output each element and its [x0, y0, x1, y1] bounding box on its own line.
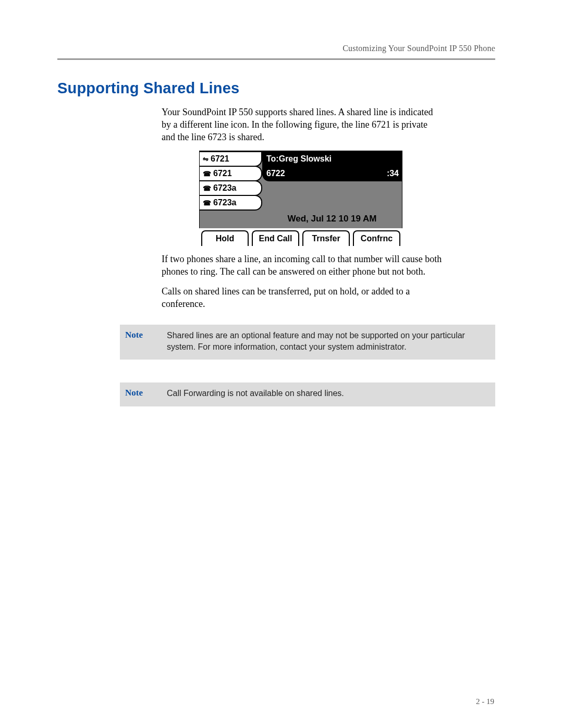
- line-key: ⇋ 6721: [200, 151, 262, 167]
- body-column: Your SoundPoint IP 550 supports shared l…: [162, 106, 443, 310]
- shared-icon: ⇋: [203, 155, 209, 163]
- note-text: Call Forwarding is not available on shar…: [167, 382, 495, 406]
- phone-icon: ☎: [203, 199, 211, 207]
- note-label: Note: [120, 325, 167, 360]
- line-label: 6721: [211, 154, 229, 164]
- note-block: Note Call Forwarding is not available on…: [120, 382, 495, 406]
- page-number: 2 - 19: [476, 697, 494, 706]
- page: Customizing Your SoundPoint IP 550 Phone…: [0, 0, 563, 728]
- phone-icon: ☎: [203, 170, 211, 178]
- phone-main-area: To:Greg Slowski 6722 :34 Wed, Jul 12 10 …: [262, 151, 402, 228]
- call-timer: :34: [387, 169, 399, 178]
- softkey-row: Hold End Call Trnsfer Confrnc: [199, 228, 402, 246]
- note-text: Shared lines are an optional feature and…: [167, 325, 495, 360]
- softkey-hold: Hold: [201, 230, 249, 246]
- phone-screen-figure: ⇋ 6721 ☎ 6721 ☎ 6723a ☎ 6723a: [199, 151, 402, 246]
- running-head: Customizing Your SoundPoint IP 550 Phone: [57, 44, 495, 53]
- softkey-endcall: End Call: [252, 230, 299, 246]
- note-label: Note: [120, 382, 167, 406]
- line-label: 6723a: [213, 198, 237, 207]
- line-key: ☎ 6723a: [200, 180, 262, 196]
- paragraph: Your SoundPoint IP 550 supports shared l…: [162, 106, 443, 143]
- phone-icon: ☎: [203, 184, 211, 192]
- line-label: 6723a: [213, 183, 237, 193]
- paragraph: Calls on shared lines can be transferred…: [162, 286, 443, 311]
- softkey-trnsfer: Trnsfer: [302, 230, 350, 246]
- softkey-confrnc: Confrnc: [353, 230, 400, 246]
- section-heading: Supporting Shared Lines: [57, 80, 495, 97]
- note-block: Note Shared lines are an optional featur…: [120, 325, 495, 360]
- call-number-line: 6722 :34: [262, 166, 402, 181]
- header-rule: [57, 58, 495, 60]
- call-number: 6722: [266, 169, 285, 178]
- phone-screen: ⇋ 6721 ☎ 6721 ☎ 6723a ☎ 6723a: [199, 151, 402, 228]
- line-key: ☎ 6723a: [200, 195, 262, 211]
- phone-datetime: Wed, Jul 12 10 19 AM: [262, 214, 402, 224]
- line-label: 6721: [213, 169, 232, 178]
- paragraph: If two phones share a line, an incoming …: [162, 253, 443, 278]
- line-key: ☎ 6721: [200, 166, 262, 181]
- call-to-line: To:Greg Slowski: [262, 151, 402, 167]
- line-keys: ⇋ 6721 ☎ 6721 ☎ 6723a ☎ 6723a: [200, 151, 262, 228]
